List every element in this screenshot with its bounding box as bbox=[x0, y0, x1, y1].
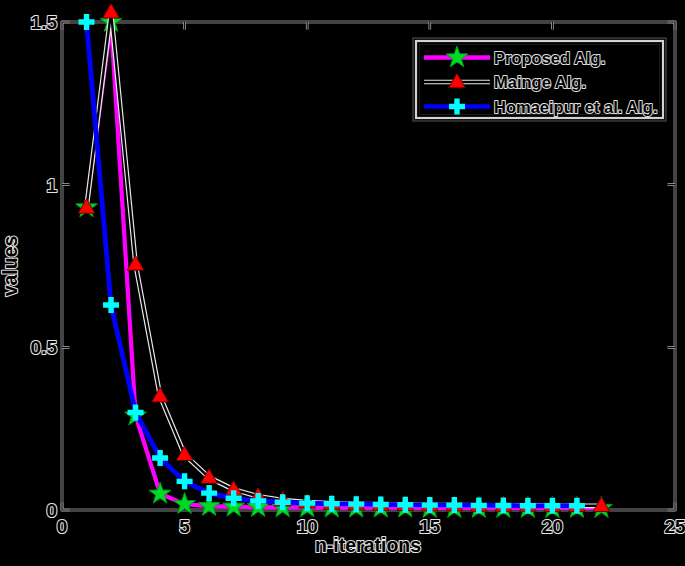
triangle-marker-icon bbox=[152, 387, 169, 402]
x-tick-label: 25 bbox=[664, 516, 685, 537]
plus-marker-icon bbox=[201, 485, 217, 501]
x-tick-label: 5 bbox=[179, 516, 190, 537]
figure: 051015202500.511.5 n-iterations values P… bbox=[0, 0, 685, 566]
y-tick-label: 0.5 bbox=[31, 337, 58, 358]
chart-canvas: 051015202500.511.5 n-iterations values P… bbox=[0, 0, 685, 566]
plus-marker-icon bbox=[79, 14, 95, 30]
x-tick-label: 20 bbox=[542, 516, 563, 537]
triangle-marker-icon bbox=[176, 446, 193, 461]
x-tick-label: 0 bbox=[57, 516, 68, 537]
y-tick-label: 1 bbox=[46, 175, 57, 196]
y-axis-label: values bbox=[0, 235, 21, 296]
star-marker-icon bbox=[149, 482, 171, 503]
legend-label-homaeipur: Homaeipur et al. Alg. bbox=[494, 98, 658, 116]
triangle-marker-icon bbox=[103, 3, 120, 18]
y-tick-label: 0 bbox=[46, 500, 57, 521]
y-tick-label: 1.5 bbox=[31, 12, 58, 33]
x-tick-label: 15 bbox=[419, 516, 441, 537]
legend-label-mainge: Mainge Alg. bbox=[494, 73, 586, 91]
plus-marker-icon bbox=[103, 297, 119, 313]
x-axis-label: n-iterations bbox=[315, 534, 421, 556]
legend: Proposed Alg. Mainge Alg. Homaeipur et a… bbox=[413, 38, 666, 121]
legend-label-proposed: Proposed Alg. bbox=[494, 49, 605, 67]
triangle-marker-icon bbox=[127, 256, 144, 271]
